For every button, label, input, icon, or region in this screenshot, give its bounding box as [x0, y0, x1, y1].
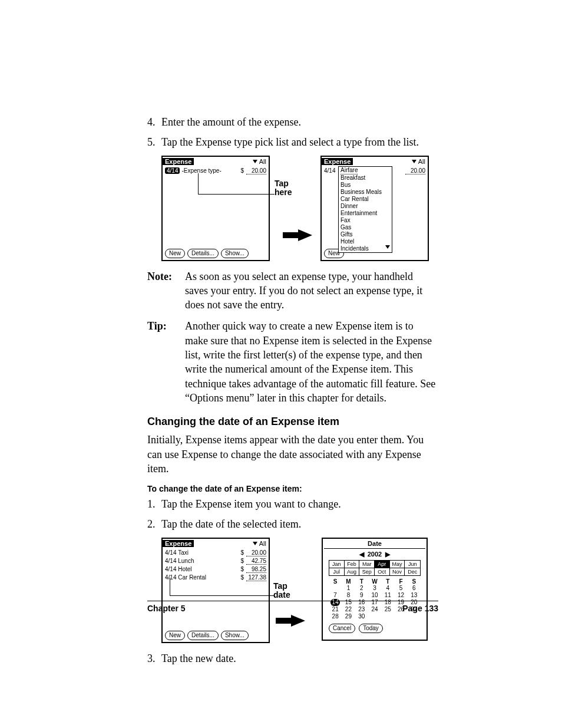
year-label: 2002	[368, 551, 382, 558]
type-option[interactable]: Entertainment	[339, 210, 392, 217]
dropdown-icon	[412, 160, 416, 163]
date-picker-screen: Date ◀ 2002 ▶ JanFebMarAprMayJunJulAugSe…	[322, 538, 428, 641]
expense-type-list[interactable]: Airfare Breakfast Bus Business Meals Car…	[338, 166, 392, 253]
amount-field[interactable]: 98.25	[246, 566, 266, 573]
expense-row[interactable]: 4/14 Car Rental$127.38	[165, 574, 266, 581]
month-cell[interactable]: Mar	[359, 561, 375, 568]
step-text: Enter the amount of the expense.	[161, 115, 438, 129]
expense-date[interactable]: 4/14	[165, 549, 176, 556]
month-cell[interactable]: Sep	[359, 568, 375, 575]
callout-tap-here: Tap here	[275, 179, 316, 197]
figure-change-date: Expense All 4/14 Taxi$20.004/14 Lunch$42…	[161, 538, 438, 643]
month-cell[interactable]: Jan	[329, 561, 345, 568]
day-cell[interactable]: 3	[368, 585, 381, 592]
expense-name: Hotel	[178, 566, 191, 572]
amount-field[interactable]: 127.38	[246, 574, 266, 581]
day-cell[interactable]: 12	[394, 592, 407, 599]
note-block: Note: As soon as you select an expense t…	[147, 269, 438, 312]
month-cell[interactable]: May	[390, 561, 405, 568]
day-cell[interactable]: 13	[408, 592, 421, 599]
amount-field[interactable]: 20.00	[246, 549, 266, 556]
scroll-down-icon[interactable]	[385, 245, 390, 249]
tip-label: Tip:	[147, 319, 185, 405]
type-option[interactable]: Business Meals	[339, 189, 392, 196]
type-option[interactable]: Bus	[339, 182, 392, 189]
type-option[interactable]: Car Rental	[339, 196, 392, 203]
expense-type-placeholder[interactable]: -Expense type-	[181, 167, 221, 174]
new-button[interactable]: New	[165, 249, 185, 258]
expense-name: Taxi	[178, 549, 189, 556]
dropdown-icon	[253, 542, 257, 545]
day-cell[interactable]: 28	[329, 613, 342, 620]
expense-name: Car Rental	[178, 574, 206, 581]
day-cell[interactable]: 30	[355, 613, 368, 620]
type-option[interactable]: Breakfast	[339, 174, 392, 182]
day-cell	[329, 585, 342, 592]
dow-label: S	[329, 578, 342, 585]
day-cell[interactable]: 9	[355, 592, 368, 599]
month-cell[interactable]: Apr	[375, 561, 390, 568]
filter-picker[interactable]: All	[253, 158, 269, 165]
prev-year-icon[interactable]: ◀	[359, 551, 364, 558]
day-cell[interactable]: 8	[342, 592, 355, 599]
step-number: 2.	[147, 517, 161, 531]
month-cell[interactable]: Aug	[345, 568, 360, 575]
date-title: Date	[324, 540, 425, 549]
day-cell[interactable]: 4	[381, 585, 394, 592]
details-button[interactable]: Details...	[187, 249, 219, 258]
day-cell[interactable]: 5	[394, 585, 407, 592]
procedure-heading: To change the date of an Expense item:	[147, 484, 438, 493]
type-option[interactable]: Fax	[339, 217, 392, 224]
show-button[interactable]: Show...	[221, 631, 249, 640]
dropdown-icon	[253, 160, 257, 163]
step-number: 3.	[147, 651, 161, 666]
day-cell[interactable]: 2	[355, 585, 368, 592]
tip-text: Another quick way to create a new Expens…	[185, 319, 438, 405]
details-button[interactable]: Details...	[187, 631, 219, 640]
today-button[interactable]: Today	[359, 624, 383, 633]
day-cell[interactable]: 7	[329, 592, 342, 599]
expense-row[interactable]: 4/14 Taxi$20.00	[165, 549, 266, 556]
expense-date: 4/14	[165, 167, 180, 174]
day-cell[interactable]: 6	[408, 585, 421, 592]
type-option[interactable]: Incidentals	[339, 245, 392, 252]
section-heading: Changing the date of an Expense item	[147, 416, 438, 428]
month-cell[interactable]: Jul	[329, 568, 345, 575]
expense-row[interactable]: 4/14 Lunch$42.75	[165, 558, 266, 565]
day-cell[interactable]: 11	[381, 592, 394, 599]
app-title: Expense	[322, 158, 353, 165]
filter-picker[interactable]: All	[253, 540, 269, 547]
step-number: 1.	[147, 497, 161, 511]
expense-row[interactable]: 4/14 -Expense type- $ 20.00	[165, 167, 266, 174]
expense-date[interactable]: 4/14	[165, 558, 176, 564]
next-year-icon[interactable]: ▶	[385, 551, 390, 558]
month-cell[interactable]: Nov	[390, 568, 405, 575]
day-cell[interactable]: 29	[342, 613, 355, 620]
day-cell	[381, 613, 394, 620]
show-button[interactable]: Show...	[221, 249, 249, 258]
type-option[interactable]: Gifts	[339, 231, 392, 238]
currency-label: $	[240, 574, 244, 581]
type-option[interactable]: Airfare	[339, 167, 392, 174]
arrow-right-icon	[291, 615, 305, 627]
amount-field[interactable]: 20.00	[246, 167, 266, 174]
dow-label: M	[342, 578, 355, 585]
currency-label: $	[240, 566, 244, 573]
cancel-button[interactable]: Cancel	[329, 624, 355, 633]
expense-date[interactable]: 4/14	[165, 574, 176, 581]
month-cell[interactable]: Dec	[405, 568, 420, 575]
day-cell[interactable]: 10	[368, 592, 381, 599]
day-cell[interactable]: 1	[342, 585, 355, 592]
month-cell[interactable]: Jun	[405, 561, 420, 568]
type-option[interactable]: Gas	[339, 224, 392, 231]
new-button[interactable]: New	[165, 631, 185, 640]
month-cell[interactable]: Oct	[375, 568, 390, 575]
amount-field[interactable]: 42.75	[246, 558, 266, 565]
expense-row[interactable]: 4/14 Hotel$98.25	[165, 566, 266, 573]
type-option[interactable]: Dinner	[339, 203, 392, 210]
month-cell[interactable]: Feb	[345, 561, 360, 568]
expense-date[interactable]: 4/14	[165, 566, 176, 572]
type-option[interactable]: Hotel	[339, 238, 392, 245]
filter-picker[interactable]: All	[412, 158, 428, 165]
page-footer: Chapter 5 Page 133	[147, 601, 438, 613]
